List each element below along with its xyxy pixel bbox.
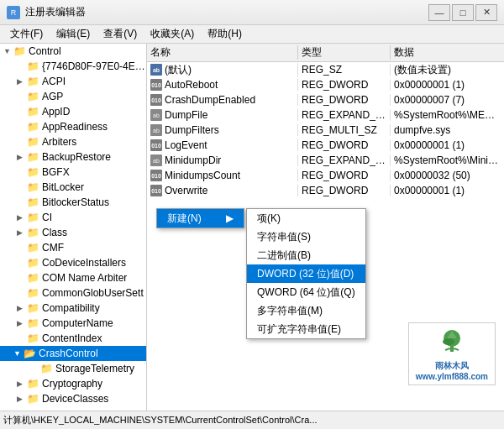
table-row[interactable]: ab (默认) REG_SZ (数值未设置) — [147, 62, 504, 77]
tree-item-cmf[interactable]: 📁 CMF — [0, 240, 146, 255]
sub-menu-item-5[interactable]: 多字符串值(M) — [247, 301, 365, 320]
tree-item-cryptography[interactable]: ▶ 📁 Cryptography — [0, 376, 146, 391]
maximize-button[interactable]: □ — [452, 4, 474, 21]
tree-item-compatibility[interactable]: ▶ 📁 Compatibility — [0, 301, 146, 316]
reg-icon-dword: 010 — [150, 170, 162, 181]
window-title: 注册表编辑器 — [25, 5, 428, 19]
cell-type: REG_SZ — [298, 64, 391, 76]
column-header-type: 类型 — [298, 45, 391, 60]
cell-type: REG_DWORD — [298, 170, 391, 181]
table-row[interactable]: 010 Overwrite REG_DWORD 0x00000001 (1) — [147, 183, 504, 198]
cell-data: (数值未设置) — [391, 63, 504, 77]
tree-item-crashcontrol[interactable]: ▼ 📂 CrashControl — [0, 346, 146, 361]
tree-item-bgfx[interactable]: 📁 BGFX — [0, 165, 146, 180]
reg-icon-default: ab — [150, 64, 162, 76]
reg-icon-multi: ab — [150, 124, 162, 136]
menu-file[interactable]: 文件(F) — [3, 25, 50, 43]
column-header-name: 名称 — [147, 45, 298, 60]
cell-name: 010 LogEvent — [147, 139, 298, 151]
reg-icon-dword: 010 — [150, 185, 162, 196]
cell-data: 0x00000001 (1) — [391, 185, 504, 196]
registry-tree: ▼ 📁 Control 📁 {7746D80F-97E0-4E26-... ▶ … — [0, 44, 147, 411]
tree-item-deviceclasses[interactable]: ▶ 📁 DeviceClasses — [0, 391, 146, 406]
tree-item-control[interactable]: ▼ 📁 Control — [0, 44, 146, 59]
sub-menu-item-4[interactable]: QWORD (64 位)值(Q) — [247, 283, 365, 301]
menu-favorites[interactable]: 收藏夹(A) — [144, 25, 201, 43]
table-row[interactable]: 010 AutoReboot REG_DWORD 0x00000001 (1) — [147, 77, 504, 92]
cell-name: ab (默认) — [147, 63, 298, 77]
tree-item-backuprestore[interactable]: ▶ 📁 BackupRestore — [0, 149, 146, 165]
sub-menu-item-2[interactable]: 二进制值(B) — [247, 246, 365, 264]
tree-label: Control — [29, 45, 61, 57]
cell-type: REG_MULTI_SZ — [298, 124, 391, 136]
cell-name: 010 AutoReboot — [147, 79, 298, 91]
sub-menu-item-3[interactable]: DWORD (32 位)值(D) — [247, 264, 365, 283]
table-row[interactable]: ab DumpFilters REG_MULTI_SZ dumpfve.sys — [147, 123, 504, 138]
reg-icon-expand: ab — [150, 109, 162, 121]
table-row[interactable]: 010 CrashDumpEnabled REG_DWORD 0x0000000… — [147, 92, 504, 107]
sub-menu[interactable]: 项(K) 字符串值(S) 二进制值(B) DWORD (32 位)值(D) QW… — [246, 208, 366, 339]
reg-icon-dword: 010 — [150, 79, 162, 91]
table-row[interactable]: ab MinidumpDir REG_EXPAND_SZ %SystemRoot… — [147, 153, 504, 168]
cell-type: REG_DWORD — [298, 185, 391, 196]
tree-scroll-area[interactable]: ▼ 📁 Control 📁 {7746D80F-97E0-4E26-... ▶ … — [0, 44, 146, 411]
table-row[interactable]: 010 LogEvent REG_DWORD 0x00000001 (1) — [147, 138, 504, 153]
title-bar: R 注册表编辑器 — □ ✕ — [0, 0, 504, 25]
cell-data: 0x00000001 (1) — [391, 79, 504, 91]
window-controls: — □ ✕ — [428, 4, 497, 21]
table-row[interactable]: 010 MinidumpsCount REG_DWORD 0x00000032 … — [147, 168, 504, 183]
cell-name: 010 CrashDumpEnabled — [147, 94, 298, 106]
minimize-button[interactable]: — — [428, 4, 450, 21]
tree-item-ci[interactable]: ▶ 📁 CI — [0, 210, 146, 225]
cell-data: %SystemRoot%\MEM... — [391, 109, 504, 121]
tree-item-computername[interactable]: ▶ 📁 ComputerName — [0, 316, 146, 331]
tree-item-contentindex[interactable]: 📁 ContentIndex — [0, 331, 146, 346]
new-menu-item[interactable]: 新建(N) ▶ — [157, 209, 244, 228]
main-area: ▼ 📁 Control 📁 {7746D80F-97E0-4E26-... ▶ … — [0, 44, 504, 411]
cell-name: 010 MinidumpsCount — [147, 170, 298, 181]
tree-item-acpi[interactable]: ▶ 📁 ACPI — [0, 74, 146, 89]
cell-type: REG_DWORD — [298, 139, 391, 151]
sub-menu-item-0[interactable]: 项(K) — [247, 209, 365, 228]
status-bar: 计算机\HKEY_LOCAL_MACHINE\SYSTEM\CurrentCon… — [0, 411, 504, 429]
tree-item-0[interactable]: 📁 {7746D80F-97E0-4E26-... — [0, 59, 146, 74]
reg-icon-dword: 010 — [150, 139, 162, 151]
cell-name: ab DumpFilters — [147, 124, 298, 136]
reg-icon-expand: ab — [150, 154, 162, 166]
status-text: 计算机\HKEY_LOCAL_MACHINE\SYSTEM\CurrentCon… — [3, 414, 318, 426]
cell-name: ab MinidumpDir — [147, 154, 298, 166]
tree-item-arbiters[interactable]: 📁 Arbiters — [0, 134, 146, 149]
tree-item-class[interactable]: ▶ 📁 Class — [0, 225, 146, 240]
menu-edit[interactable]: 编辑(E) — [50, 25, 97, 43]
tree-item-bitlocker[interactable]: 📁 BitLocker — [0, 180, 146, 195]
close-button[interactable]: ✕ — [475, 4, 497, 21]
tree-item-agp[interactable]: 📁 AGP — [0, 89, 146, 104]
sub-menu-item-1[interactable]: 字符串值(S) — [247, 228, 365, 246]
cell-type: REG_EXPAND_SZ — [298, 154, 391, 166]
column-header-data: 数据 — [391, 45, 504, 60]
cell-name: ab DumpFile — [147, 109, 298, 121]
menu-help[interactable]: 帮助(H) — [201, 25, 249, 43]
app-icon: R — [7, 6, 20, 19]
cell-data: 0x00000007 (7) — [391, 94, 504, 106]
tree-item-appreadiness[interactable]: 📁 AppReadiness — [0, 119, 146, 134]
menu-bar: 文件(F) 编辑(E) 查看(V) 收藏夹(A) 帮助(H) — [0, 25, 504, 44]
tree-item-appid[interactable]: 📁 AppID — [0, 104, 146, 119]
sub-menu-item-6[interactable]: 可扩充字符串值(E) — [247, 320, 365, 338]
tree-item-commonglobusersett[interactable]: 📁 CommonGlobUserSett — [0, 285, 146, 301]
cell-data: 0x00000001 (1) — [391, 139, 504, 151]
new-menu[interactable]: 新建(N) ▶ — [156, 208, 244, 228]
tree-item-storagetelemetry[interactable]: 📁 StorageTelemetry — [0, 361, 146, 376]
menu-view[interactable]: 查看(V) — [97, 25, 144, 43]
tree-item-codeviceinstallers[interactable]: 📁 CoDeviceInstallers — [0, 255, 146, 270]
cell-data: 0x00000032 (50) — [391, 170, 504, 181]
cell-type: REG_EXPAND_SZ — [298, 109, 391, 121]
expand-arrow-control: ▼ — [3, 47, 13, 55]
table-row[interactable]: ab DumpFile REG_EXPAND_SZ %SystemRoot%\M… — [147, 107, 504, 123]
cell-name: 010 Overwrite — [147, 185, 298, 196]
tree-item-comnamearbiter[interactable]: 📁 COM Name Arbiter — [0, 270, 146, 285]
tree-item-bitlockerstatus[interactable]: 📁 BitlockerStatus — [0, 195, 146, 210]
cell-type: REG_DWORD — [298, 79, 391, 91]
folder-icon: 📁 — [13, 45, 26, 57]
cell-type: REG_DWORD — [298, 94, 391, 106]
